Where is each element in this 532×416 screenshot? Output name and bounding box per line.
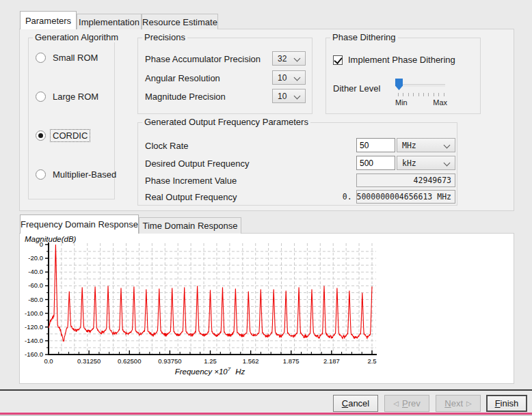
angular-resolution-label: Angular Resolution — [145, 73, 220, 83]
tab-time-domain-response-label: Time Domain Response — [143, 221, 238, 231]
y-tick-label: -140.0 — [25, 337, 43, 344]
tab-parameters-label: Parameters — [25, 16, 71, 26]
implement-phase-dithering-checkbox[interactable] — [333, 55, 343, 65]
radio-multiplier-based[interactable]: Multiplier-Based — [36, 169, 118, 180]
phase-accumulator-precision-label: Phase Accumulator Precision — [145, 54, 261, 64]
desired-output-frequency-label: Desired Output Frequency — [145, 158, 249, 169]
tab-time-domain-response[interactable]: Time Domain Response — [139, 217, 241, 234]
y-tick-label: -60.0 — [28, 281, 43, 289]
x-tick-label: 1.25 — [204, 357, 217, 365]
y-tick-label: -120.0 — [25, 323, 43, 331]
radio-icon[interactable] — [36, 169, 46, 180]
magnitude-precision-label: Magnitude Precision — [145, 92, 226, 102]
desired-output-frequency-unit-select[interactable]: kHz — [397, 156, 455, 170]
y-tick-label: -160.0 — [25, 350, 43, 358]
x-tick-label: 1.875 — [283, 357, 300, 365]
slider-min-label: Min — [395, 98, 408, 107]
radio-small-rom[interactable]: Small ROM — [36, 52, 100, 64]
magnitude-precision-select[interactable]: 10 — [272, 89, 306, 103]
x-tick-label: 0.93750 — [158, 357, 181, 365]
tab-resource-estimate-label: Resource Estimate — [142, 17, 217, 27]
y-tick-label: -100.0 — [25, 309, 43, 317]
generation-algorithm-title: Generation Algorithm — [33, 32, 120, 42]
angular-resolution-value: 10 — [278, 73, 287, 83]
tab-frequency-domain-response-label: Frequency Domain Response — [21, 219, 138, 230]
y-tick-label: -40.0 — [28, 268, 43, 275]
radio-icon[interactable] — [36, 130, 46, 141]
x-tick-label: 2.187 — [323, 357, 340, 365]
tab-parameters[interactable]: Parameters — [20, 11, 77, 29]
phase-accumulator-precision-value: 32 — [278, 54, 287, 64]
y-tick-label: -80.0 — [28, 296, 43, 303]
next-button: Next ▷ — [436, 395, 481, 412]
dither-level-label: Dither Level — [333, 83, 380, 94]
slider-thumb[interactable] — [395, 79, 403, 90]
x-tick-label: 1.562 — [243, 357, 259, 365]
radio-cordic[interactable]: CORDIC — [36, 130, 90, 141]
phase-dithering-group: Phase Dithering Implement Phase Ditherin… — [325, 38, 481, 114]
implement-phase-dithering-row[interactable]: Implement Phase Dithering — [333, 55, 455, 65]
frequency-response-pane: 0-20.0-40.0-60.0-80.0-100.0-120.0-140.0-… — [19, 233, 514, 384]
tab-implementation-label: Implementation — [79, 17, 139, 27]
output-frequency-group: Generated Output Frequency Parameters Cl… — [137, 122, 457, 206]
y-tick-label: -20.0 — [28, 254, 43, 262]
real-output-frequency-label: Real Output Frequency — [145, 192, 237, 202]
checkmark-icon — [334, 55, 342, 64]
real-output-frequency-field: 0. 5000000004656613 MHz — [356, 190, 455, 204]
magnitude-precision-value: 10 — [278, 92, 287, 101]
tab-resource-estimate[interactable]: Resource Estimate — [142, 14, 218, 29]
radio-large-rom-label: Large ROM — [51, 91, 101, 102]
radio-large-rom[interactable]: Large ROM — [36, 91, 101, 102]
tab-frequency-domain-response[interactable]: Frequency Domain Response — [20, 214, 139, 234]
phase-increment-value-label: Phase Increment Value — [145, 176, 237, 186]
prev-arrow-icon: ◁ — [393, 400, 399, 407]
frequency-response-chart: 0-20.0-40.0-60.0-80.0-100.0-120.0-140.0-… — [20, 234, 514, 383]
x-tick-label: 2.5 — [367, 357, 376, 365]
precisions-group: Precisions Phase Accumulator Precision 3… — [137, 38, 312, 114]
slider-track[interactable] — [397, 84, 445, 87]
x-tick-label: 0.0 — [44, 357, 53, 365]
implement-phase-dithering-label: Implement Phase Dithering — [348, 55, 455, 65]
radio-multiplier-based-label: Multiplier-Based — [51, 169, 118, 180]
prev-button: ◁ Prev — [384, 395, 429, 412]
radio-small-rom-label: Small ROM — [51, 52, 100, 64]
clock-rate-unit-value: MHz — [402, 141, 416, 150]
clock-rate-unit-select[interactable]: MHz — [397, 138, 455, 152]
tab-implementation[interactable]: Implementation — [77, 14, 142, 29]
next-arrow-icon: ▷ — [466, 400, 472, 407]
cancel-button[interactable]: Cancel — [333, 395, 378, 412]
chevron-down-icon — [444, 142, 451, 149]
slider-ticks — [398, 93, 444, 96]
clock-rate-label: Clock Rate — [145, 141, 189, 151]
angular-resolution-select[interactable]: 10 — [272, 70, 306, 85]
output-frequency-title: Generated Output Frequency Parameters — [142, 117, 310, 127]
radio-icon[interactable] — [36, 53, 46, 63]
x-axis-title: Frequency ×107Hz — [175, 366, 245, 376]
dds-compiler-dialog: Parameters Implementation Resource Estim… — [0, 0, 532, 416]
radio-icon[interactable] — [36, 92, 46, 102]
precisions-title: Precisions — [142, 32, 187, 42]
desired-output-frequency-unit-value: kHz — [402, 158, 416, 168]
phase-increment-value-field: 42949673 — [356, 174, 455, 187]
footer-separator — [0, 389, 532, 391]
clock-rate-input[interactable] — [356, 138, 395, 152]
chevron-down-icon — [294, 74, 301, 81]
x-tick-label: 0.62500 — [118, 357, 141, 365]
y-axis-title: Magnitude(dB) — [25, 235, 77, 243]
x-tick-label: 0.31250 — [77, 357, 101, 365]
finish-button[interactable]: Finish — [486, 395, 527, 412]
chevron-down-icon — [294, 93, 301, 100]
parameters-pane: Generation Algorithm Small ROM Large ROM… — [19, 29, 514, 211]
phase-dithering-title: Phase Dithering — [330, 32, 398, 42]
phase-accumulator-precision-select[interactable]: 32 — [272, 51, 306, 66]
chevron-down-icon — [444, 160, 451, 167]
chevron-down-icon — [294, 55, 301, 62]
dither-level-slider[interactable]: Min Max — [395, 78, 447, 109]
generation-algorithm-group: Generation Algorithm Small ROM Large ROM… — [28, 38, 115, 199]
radio-cordic-label: CORDIC — [51, 130, 90, 141]
desired-output-frequency-input[interactable] — [356, 156, 395, 170]
slider-max-label: Max — [433, 98, 447, 107]
